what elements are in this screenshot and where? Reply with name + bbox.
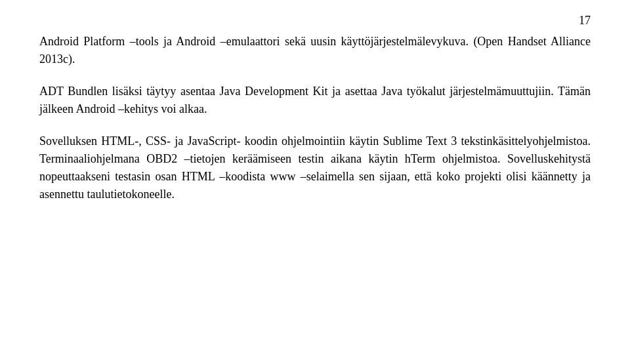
paragraph-1-text: Android Platform –tools ja Android –emul… (39, 33, 591, 68)
paragraph-2-text: ADT Bundlen lisäksi täytyy asentaa Java … (39, 83, 591, 118)
paragraph-3: Sovelluksen HTML-, CSS- ja JavaScript- k… (39, 132, 591, 203)
paragraph-1: Android Platform –tools ja Android –emul… (39, 33, 591, 68)
page-number: 17 (579, 12, 591, 30)
paragraph-3-text: Sovelluksen HTML-, CSS- ja JavaScript- k… (39, 132, 591, 203)
paragraph-2: ADT Bundlen lisäksi täytyy asentaa Java … (39, 83, 591, 118)
page-content: Android Platform –tools ja Android –emul… (39, 33, 591, 203)
